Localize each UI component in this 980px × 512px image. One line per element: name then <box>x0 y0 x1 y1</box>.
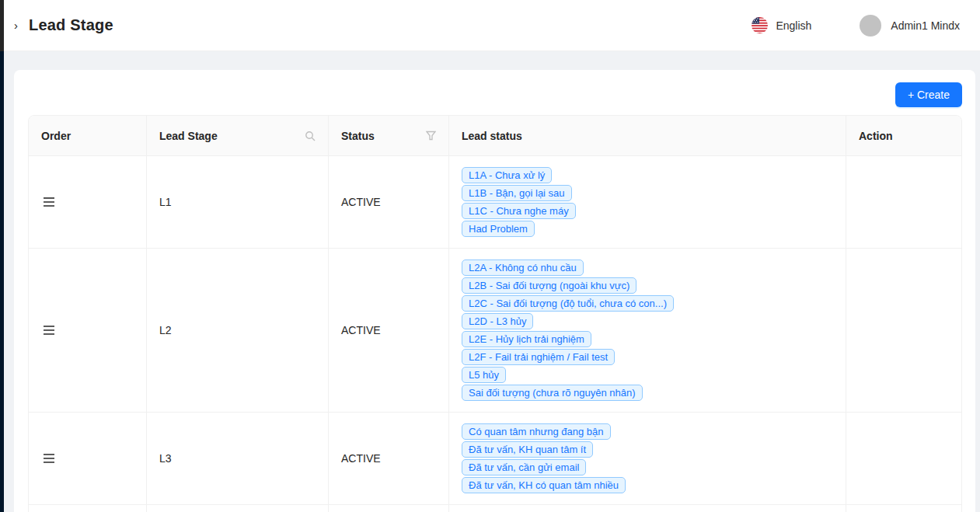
column-header-action: Action <box>846 116 961 156</box>
table-row: L2ACTIVEL2A - Không có nhu cầuL2B - Sai … <box>29 249 961 413</box>
lead-status-cell: L2A - Không có nhu cầuL2B - Sai đối tượn… <box>449 249 846 413</box>
empty-cell <box>449 505 846 512</box>
create-button[interactable]: + Create <box>895 82 962 107</box>
user-menu[interactable]: Admin1 Mindx <box>860 15 960 37</box>
us-flag-icon <box>752 17 768 33</box>
lead-stage-cell: L1 <box>147 156 329 249</box>
lead-status-tag: Had Problem <box>462 221 535 237</box>
column-label: Lead status <box>462 130 522 142</box>
lead-status-tag: L2A - Không có nhu cầu <box>462 259 584 276</box>
content-card: + Create Order Lead Stage <box>14 70 975 512</box>
column-label: Status <box>341 130 375 142</box>
column-label: Order <box>41 130 71 142</box>
lead-status-tag: Đã tư vấn, KH quan tâm ít <box>462 441 593 458</box>
table-row: L1ACTIVEL1A - Chưa xử lýL1B - Bận, gọi l… <box>29 156 961 249</box>
lead-status-tag: L2D - L3 hủy <box>462 313 533 329</box>
order-cell <box>29 249 147 413</box>
order-cell <box>29 413 147 505</box>
drag-handle-icon[interactable] <box>41 451 57 465</box>
lead-status-tag: Đã tư vấn, KH có quan tâm nhiều <box>462 477 626 493</box>
action-cell <box>846 249 961 413</box>
lead-status-tag: Sai đối tượng (chưa rõ nguyên nhân) <box>462 385 643 401</box>
lead-stage-cell: L2 <box>147 249 329 413</box>
column-header-status: Status <box>329 116 449 156</box>
topbar: › Lead Stage <box>0 0 980 51</box>
action-cell <box>846 156 961 249</box>
lead-status-tag: L1C - Chưa nghe máy <box>462 203 576 219</box>
empty-cell <box>329 505 449 512</box>
filter-icon[interactable] <box>426 131 436 141</box>
column-label: Lead Stage <box>159 130 218 142</box>
lead-status-tag: L2C - Sai đối tượng (độ tuổi, chưa có co… <box>462 295 674 312</box>
language-label: English <box>776 19 811 32</box>
lead-status-tag: Có quan tâm nhưng đang bận <box>462 423 611 440</box>
order-cell <box>29 156 147 249</box>
lead-status-tag-stack: L2A - Không có nhu cầuL2B - Sai đối tượn… <box>462 259 833 401</box>
sidebar-collapse-trigger-icon[interactable]: › <box>14 19 18 31</box>
action-cell <box>846 413 961 505</box>
lead-status-tag: L1B - Bận, gọi lại sau <box>462 185 572 201</box>
column-header-lead-stage: Lead Stage <box>147 116 329 156</box>
table-row: L3ACTIVECó quan tâm nhưng đang bậnĐã tư … <box>29 413 961 505</box>
lead-status-cell: Có quan tâm nhưng đang bậnĐã tư vấn, KH … <box>449 413 846 505</box>
drag-handle-icon[interactable] <box>41 323 57 337</box>
page-title: Lead Stage <box>29 16 113 34</box>
empty-cell <box>29 505 147 512</box>
drag-handle-icon[interactable] <box>41 195 57 209</box>
status-cell: ACTIVE <box>329 249 449 413</box>
user-name: Admin1 Mindx <box>891 19 960 32</box>
collapsed-sidebar-header <box>0 0 4 51</box>
status-cell: ACTIVE <box>329 413 449 505</box>
table-body: L1ACTIVEL1A - Chưa xử lýL1B - Bận, gọi l… <box>29 156 961 512</box>
topbar-right: English Admin1 Mindx <box>752 15 960 37</box>
lead-status-tag-stack: Có quan tâm nhưng đang bậnĐã tư vấn, KH … <box>462 423 833 493</box>
lead-status-tag: L2F - Fail trải nghiệm / Fail test <box>462 349 615 365</box>
search-icon[interactable] <box>305 131 316 141</box>
lead-stage-cell: L3 <box>147 413 329 505</box>
lead-status-tag: L1A - Chưa xử lý <box>462 167 552 183</box>
avatar <box>860 15 881 37</box>
status-cell: ACTIVE <box>329 156 449 249</box>
column-header-order: Order <box>29 116 147 156</box>
lead-status-tag-stack: L1A - Chưa xử lýL1B - Bận, gọi lại sauL1… <box>462 167 833 237</box>
lead-status-tag: Đã tư vấn, cần gửi email <box>462 459 586 475</box>
lead-status-tag: L5 hủy <box>462 367 506 383</box>
lead-status-tag: L2E - Hủy lịch trải nghiệm <box>462 331 591 347</box>
column-label: Action <box>859 130 893 142</box>
collapsed-sidebar <box>0 0 4 512</box>
lead-status-tag: L2B - Sai đối tượng (ngoài khu vực) <box>462 277 636 294</box>
table-header-row: Order Lead Stage <box>29 116 961 156</box>
lead-stage-table: Order Lead Stage <box>28 115 962 512</box>
empty-cell <box>846 505 961 512</box>
card-toolbar: + Create <box>28 82 962 107</box>
language-selector[interactable]: English <box>752 17 811 33</box>
column-header-lead-status: Lead status <box>449 116 846 156</box>
empty-cell <box>147 505 329 512</box>
table-row-partial <box>29 505 961 512</box>
content-area: + Create Order Lead Stage <box>0 51 980 512</box>
lead-status-cell: L1A - Chưa xử lýL1B - Bận, gọi lại sauL1… <box>449 156 846 249</box>
